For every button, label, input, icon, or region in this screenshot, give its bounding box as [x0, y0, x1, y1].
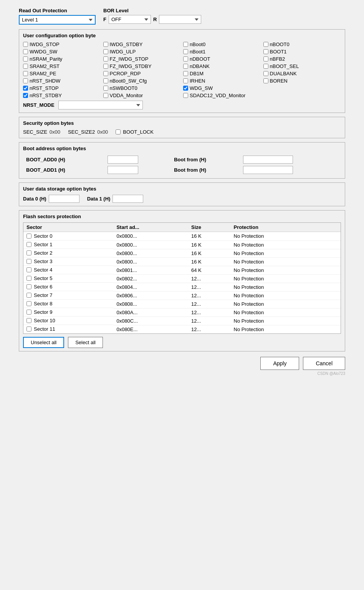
- readout-protection-select[interactable]: Level 1 Level 0 Level 2: [19, 15, 96, 25]
- cb-nboot1-input[interactable]: [183, 49, 188, 54]
- cb-vdda-monitor[interactable]: VDDA_Monitor: [103, 93, 181, 98]
- flash-row-checkbox-4[interactable]: [26, 267, 31, 272]
- cb-nswboot0[interactable]: nSWBOOT0: [103, 85, 181, 91]
- cb-fz-iwdg-stop-input[interactable]: [103, 56, 108, 61]
- cb-nBFB2[interactable]: nBFB2: [263, 56, 341, 62]
- cb-nrst-shdw[interactable]: nRST_SHDW: [23, 78, 101, 84]
- boot-from1-label: Boot from (H): [171, 165, 240, 175]
- cb-nrst-stdby[interactable]: nRST_STDBY: [23, 93, 101, 98]
- cb-iwdg-ulp[interactable]: IWDG_ULP: [103, 49, 181, 55]
- cb-nboot0-input[interactable]: [183, 42, 188, 47]
- cb-nrst-stdby-input[interactable]: [23, 93, 28, 98]
- cb-sram2-pe-input[interactable]: [23, 71, 28, 76]
- cb-nDBANK[interactable]: nDBANK: [183, 63, 261, 69]
- cb-nboot0-sw-cfg-input[interactable]: [103, 78, 108, 83]
- watermark: CSDN @Alo723: [19, 371, 345, 376]
- cb-wdg-sw[interactable]: WDG_SW: [183, 85, 261, 91]
- boot-add0-input[interactable]: [108, 156, 138, 164]
- cb-nBOOT0[interactable]: nBOOT0: [263, 41, 341, 47]
- flash-cell-extra-10: [325, 317, 341, 325]
- flash-row-checkbox-6[interactable]: [26, 284, 31, 289]
- cb-dualbank-input[interactable]: [263, 71, 268, 76]
- cb-irhen-input[interactable]: [183, 78, 188, 83]
- cb-pcrop-rdp[interactable]: PCROP_RDP: [103, 71, 181, 76]
- flash-cell-size-4: 64 K: [188, 266, 231, 274]
- cb-sram2-pe[interactable]: SRAM2_PE: [23, 71, 101, 76]
- cb-boren-input[interactable]: [263, 78, 268, 83]
- flash-row-checkbox-3[interactable]: [26, 259, 31, 264]
- cb-nDBANK-input[interactable]: [183, 64, 188, 69]
- bor-f-select[interactable]: OFF Level 1 Level 2 Level 3: [109, 15, 151, 24]
- boot-from1-input[interactable]: [243, 166, 293, 174]
- bor-level-group: BOR Level F OFF Level 1 Level 2 Level 3 …: [103, 8, 201, 25]
- cb-sram2-rst-input[interactable]: [23, 64, 28, 69]
- flash-table-row: Sector 0 0x0800... 16 K No Protection: [23, 232, 341, 241]
- cancel-button[interactable]: Cancel: [303, 357, 345, 370]
- cb-nBOOT-SEL[interactable]: nBOOT_SEL: [263, 63, 341, 69]
- cb-nDboot[interactable]: nDBOOT: [183, 56, 261, 62]
- cb-nboot0-sw-cfg[interactable]: nBoot0_SW_Cfg: [103, 78, 181, 84]
- flash-protection-title: Flash sectors protection: [23, 214, 341, 219]
- boot-lock-checkbox[interactable]: [116, 129, 121, 134]
- cb-iwdg-stop[interactable]: IWDG_STOP: [23, 41, 101, 47]
- cb-nrst-stop-input[interactable]: [23, 86, 28, 91]
- unselect-all-button[interactable]: Unselect all: [23, 337, 64, 348]
- cb-sram2-rst[interactable]: SRAM2_RST: [23, 63, 101, 69]
- flash-row-checkbox-0[interactable]: [26, 234, 31, 239]
- cb-boren[interactable]: BOREN: [263, 78, 341, 84]
- cb-fz-iwdg-stdby-input[interactable]: [103, 64, 108, 69]
- flash-row-checkbox-7[interactable]: [26, 293, 31, 298]
- cb-nrst-stop[interactable]: nRST_STOP: [23, 85, 101, 91]
- cb-iwdg-stdby-input[interactable]: [103, 42, 108, 47]
- cb-iwdg-stdby[interactable]: IWDG_STDBY: [103, 41, 181, 47]
- cb-nboot0[interactable]: nBoot0: [183, 41, 261, 47]
- cb-wdg-sw-input[interactable]: [183, 86, 188, 91]
- flash-row-checkbox-5[interactable]: [26, 276, 31, 281]
- data1-input[interactable]: [113, 195, 143, 203]
- flash-table-row: Sector 5 0x0802... 12... No Protection: [23, 274, 341, 283]
- data0-input[interactable]: [49, 195, 79, 203]
- cb-iwdg-stop-input[interactable]: [23, 42, 28, 47]
- flash-row-checkbox-9[interactable]: [26, 310, 31, 315]
- flash-row-checkbox-2[interactable]: [26, 250, 31, 255]
- cb-nBFB2-input[interactable]: [263, 56, 268, 61]
- bor-r-select[interactable]: [159, 15, 201, 24]
- flash-row-checkbox-8[interactable]: [26, 301, 31, 306]
- cb-dualbank[interactable]: DUALBANK: [263, 71, 341, 76]
- nrst-mode-select[interactable]: [58, 101, 143, 109]
- cb-nsram-parity-input[interactable]: [23, 56, 28, 61]
- cb-fz-iwdg-stdby[interactable]: FZ_IWDG_STDBY: [103, 63, 181, 69]
- cb-wwdg-sw-input[interactable]: [23, 49, 28, 54]
- cb-pcrop-rdp-input[interactable]: [103, 71, 108, 76]
- cb-nBOOT-SEL-input[interactable]: [263, 64, 268, 69]
- boot-lock-item[interactable]: BOOT_LOCK: [116, 129, 153, 135]
- cb-BOOT1-input[interactable]: [263, 49, 268, 54]
- boot-add1-input[interactable]: [108, 166, 138, 174]
- cb-wwdg-sw[interactable]: WWDG_SW: [23, 49, 101, 55]
- cb-sdadc12[interactable]: SDADC12_VDD_Monitor: [183, 93, 341, 98]
- cb-nrst-shdw-input[interactable]: [23, 78, 28, 83]
- cb-BOOT1[interactable]: BOOT1: [263, 49, 341, 55]
- boot-from0-input[interactable]: [243, 156, 293, 164]
- cb-db1m-input[interactable]: [183, 71, 188, 76]
- cb-irhen[interactable]: IRHEN: [183, 78, 261, 84]
- cb-vdda-monitor-input[interactable]: [103, 93, 108, 98]
- cb-nswboot0-input[interactable]: [103, 86, 108, 91]
- cb-sdadc12-input[interactable]: [183, 93, 188, 98]
- cb-nDboot-input[interactable]: [183, 56, 188, 61]
- flash-row-checkbox-1[interactable]: [26, 242, 31, 247]
- apply-button[interactable]: Apply: [260, 357, 299, 370]
- cb-nBOOT0-input[interactable]: [263, 42, 268, 47]
- sec-size-value: 0x00: [50, 129, 60, 135]
- flash-row-checkbox-10[interactable]: [26, 318, 31, 323]
- cb-iwdg-ulp-input[interactable]: [103, 49, 108, 54]
- cb-fz-iwdg-stop[interactable]: FZ_IWDG_STOP: [103, 56, 181, 62]
- flash-cell-protection-6: No Protection: [231, 283, 325, 291]
- select-all-button[interactable]: Select all: [68, 337, 103, 348]
- boot-address-section: Boot address option bytes BOOT_ADD0 (H) …: [19, 142, 345, 179]
- flash-row-checkbox-11[interactable]: [26, 326, 31, 331]
- cb-db1m[interactable]: DB1M: [183, 71, 261, 76]
- cb-nsram-parity[interactable]: nSRAM_Parity: [23, 56, 101, 62]
- flash-btn-row: Unselect all Select all: [23, 337, 341, 348]
- cb-nboot1[interactable]: nBoot1: [183, 49, 261, 55]
